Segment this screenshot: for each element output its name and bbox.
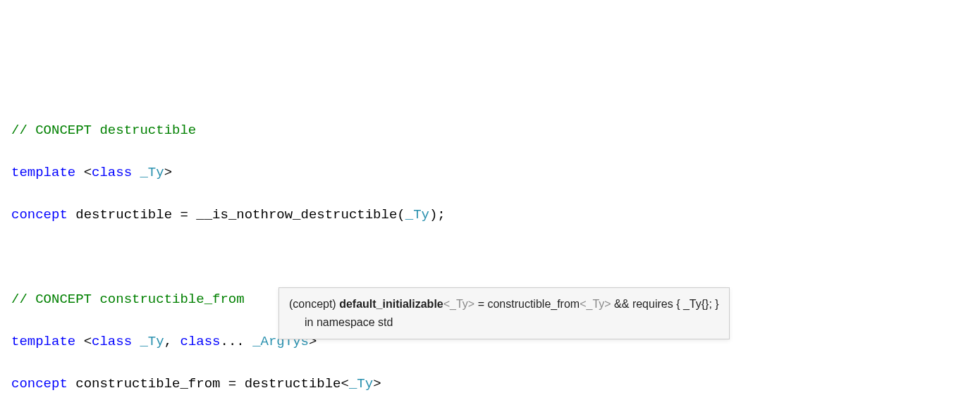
tooltip-signature: (concept) default_initializable<_Ty> = c… [289, 295, 719, 313]
concept-name: destructible [75, 207, 172, 223]
code-line: // CONCEPT destructible [11, 120, 969, 141]
blank-line [11, 246, 969, 268]
keyword-template: template [11, 165, 75, 180]
tooltip-kind: (concept) [289, 298, 339, 310]
type-param: _Ty [140, 165, 164, 180]
keyword-concept: concept [11, 207, 68, 223]
comment: // CONCEPT destructible [11, 123, 196, 138]
code-line: concept destructible = __is_nothrow_dest… [11, 204, 969, 225]
code-line: template <class _Ty> [11, 162, 969, 183]
intellisense-tooltip: (concept) default_initializable<_Ty> = c… [278, 287, 730, 339]
comment: // CONCEPT constructible_from [11, 292, 245, 307]
tooltip-name: default_initializable [339, 298, 443, 310]
intrinsic: __is_nothrow_destructible [196, 207, 397, 223]
code-editor[interactable]: // CONCEPT destructible template <class … [11, 99, 969, 400]
tooltip-tparam: <_Ty> [443, 298, 474, 310]
code-line: concept constructible_from = destructibl… [11, 373, 969, 394]
keyword-class: class [92, 165, 132, 180]
concept-name: constructible_from [75, 376, 220, 392]
tooltip-namespace: in namespace std [305, 313, 719, 332]
